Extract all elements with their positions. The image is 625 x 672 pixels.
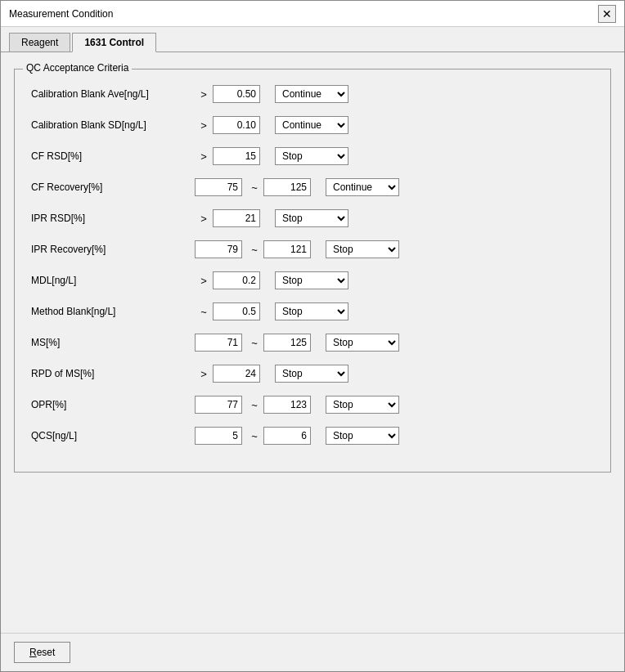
op-ms: ~ [245, 337, 263, 349]
row-cal-blank-ave: Calibration Blank Ave[ng/L] > Continue S… [31, 83, 594, 105]
label-ipr-recovery: IPR Recovery[%] [31, 244, 195, 255]
op-qcs: ~ [245, 430, 263, 442]
input-cf-recovery-min[interactable] [195, 178, 242, 196]
input-cf-rsd-value[interactable] [213, 147, 260, 165]
input-cal-blank-ave-value[interactable] [213, 85, 260, 103]
op-opr: ~ [245, 399, 263, 411]
input-qcs-min[interactable] [195, 427, 242, 445]
op-ipr-rsd: > [195, 213, 213, 225]
tab-bar: Reagent 1631 Control [1, 27, 624, 52]
label-cal-blank-sd: Calibration Blank SD[ng/L] [31, 119, 195, 131]
row-cal-blank-sd: Calibration Blank SD[ng/L] > Continue St… [31, 114, 594, 137]
content-area: QC Acceptance Criteria Calibration Blank… [1, 52, 624, 633]
label-ipr-rsd: IPR RSD[%] [31, 213, 195, 224]
input-opr-max[interactable] [263, 396, 311, 414]
action-opr[interactable]: Continue Stop [326, 396, 399, 414]
action-rpd-ms[interactable]: Continue Stop [275, 365, 348, 383]
tab-1631control[interactable]: 1631 Control [72, 33, 156, 52]
dialog: Measurement Condition ✕ Reagent 1631 Con… [0, 0, 625, 672]
row-qcs: QCS[ng/L] ~ Continue Stop [31, 424, 594, 447]
tab-reagent[interactable]: Reagent [9, 33, 70, 52]
dialog-title: Measurement Condition [9, 8, 113, 20]
group-title: QC Acceptance Criteria [23, 62, 132, 74]
input-qcs-max[interactable] [263, 427, 311, 445]
row-method-blank: Method Blank[ng/L] ~ Continue Stop [31, 300, 594, 323]
op-ipr-recovery: ~ [245, 244, 263, 256]
action-cf-rsd[interactable]: Continue Stop [275, 147, 348, 165]
op-mdl: > [195, 275, 213, 287]
op-cal-blank-ave: > [195, 88, 213, 101]
action-qcs[interactable]: Continue Stop [326, 427, 399, 445]
label-cf-recovery: CF Recovery[%] [31, 181, 195, 193]
row-opr: OPR[%] ~ Continue Stop [31, 393, 594, 416]
op-cal-blank-sd: > [195, 119, 213, 132]
label-method-blank: Method Blank[ng/L] [31, 306, 195, 317]
row-rpd-ms: RPD of MS[%] > Continue Stop [31, 362, 594, 385]
input-ms-min[interactable] [195, 334, 242, 352]
input-mdl-value[interactable] [213, 271, 260, 289]
input-cf-recovery-max[interactable] [263, 178, 311, 196]
reset-button[interactable]: Reset [14, 642, 70, 663]
op-cf-rsd: > [195, 150, 213, 163]
footer: Reset [1, 633, 624, 671]
label-cf-rsd: CF RSD[%] [31, 150, 195, 162]
input-ipr-recovery-min[interactable] [195, 240, 242, 258]
action-ipr-recovery[interactable]: Continue Stop [326, 240, 399, 258]
row-ipr-rsd: IPR RSD[%] > Continue Stop [31, 207, 594, 230]
close-button[interactable]: ✕ [598, 5, 616, 23]
input-rpd-ms-value[interactable] [213, 365, 260, 383]
label-ms: MS[%] [31, 337, 195, 348]
input-cal-blank-sd-value[interactable] [213, 116, 260, 134]
op-method-blank: ~ [195, 306, 213, 318]
row-ms: MS[%] ~ Continue Stop [31, 331, 594, 354]
input-opr-min[interactable] [195, 396, 242, 414]
input-method-blank-value[interactable] [213, 302, 260, 320]
row-cf-recovery: CF Recovery[%] ~ Continue Stop [31, 176, 594, 199]
label-cal-blank-ave: Calibration Blank Ave[ng/L] [31, 88, 195, 100]
action-cal-blank-ave[interactable]: Continue Stop [275, 85, 348, 103]
action-mdl[interactable]: Continue Stop [275, 271, 348, 289]
action-method-blank[interactable]: Continue Stop [275, 302, 348, 320]
action-ipr-rsd[interactable]: Continue Stop [275, 209, 348, 227]
title-bar: Measurement Condition ✕ [1, 1, 624, 27]
input-ipr-rsd-value[interactable] [213, 209, 260, 227]
input-ms-max[interactable] [263, 334, 311, 352]
action-cf-recovery[interactable]: Continue Stop [326, 178, 399, 196]
input-ipr-recovery-max[interactable] [263, 240, 311, 258]
row-ipr-recovery: IPR Recovery[%] ~ Continue Stop [31, 238, 594, 261]
op-rpd-ms: > [195, 368, 213, 380]
label-mdl: MDL[ng/L] [31, 275, 195, 286]
row-mdl: MDL[ng/L] > Continue Stop [31, 269, 594, 292]
row-cf-rsd: CF RSD[%] > Continue Stop [31, 145, 594, 168]
label-opr: OPR[%] [31, 399, 195, 410]
action-cal-blank-sd[interactable]: Continue Stop [275, 116, 348, 134]
action-ms[interactable]: Continue Stop [326, 334, 399, 352]
label-rpd-ms: RPD of MS[%] [31, 368, 195, 379]
op-cf-recovery: ~ [245, 181, 263, 194]
label-qcs: QCS[ng/L] [31, 430, 195, 441]
qc-acceptance-criteria-group: QC Acceptance Criteria Calibration Blank… [14, 69, 611, 473]
